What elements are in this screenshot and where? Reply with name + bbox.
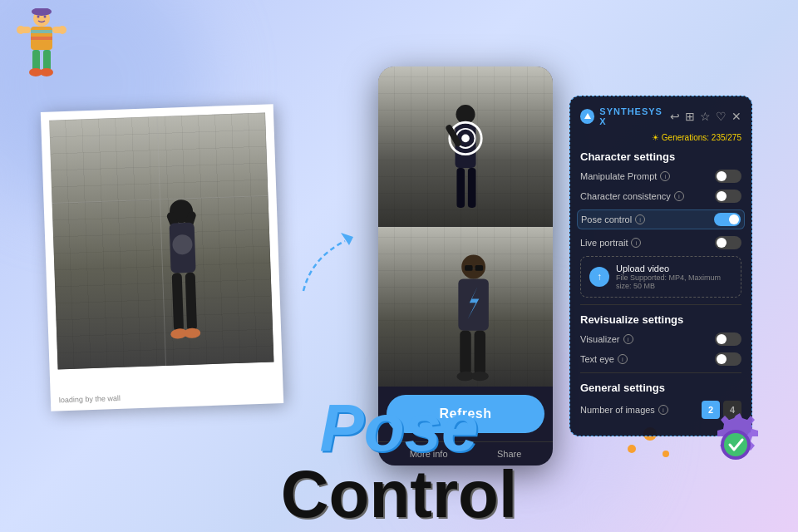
svg-rect-43 bbox=[475, 331, 485, 375]
svg-point-27 bbox=[184, 328, 200, 338]
revisualize-settings-title: Revisualize settings bbox=[580, 313, 741, 326]
character-settings-title: Character settings bbox=[580, 150, 741, 163]
phone-photo-top bbox=[378, 66, 553, 227]
svg-rect-3 bbox=[31, 37, 52, 40]
svg-rect-41 bbox=[458, 278, 488, 330]
manipulate-prompt-label: Manipulate Prompt i bbox=[580, 171, 670, 181]
manipulate-prompt-toggle[interactable] bbox=[715, 170, 741, 183]
live-portrait-label: Live portrait i bbox=[580, 238, 641, 248]
pose-title: Pose bbox=[319, 391, 478, 465]
settings-panel: SYNTHESYS X ↩ ⊞ ☆ ♡ ✕ ☀ Generations: 235… bbox=[569, 96, 752, 436]
setting-row-pose-control: Pose control i bbox=[577, 209, 745, 229]
deco-figure-topleft bbox=[12, 8, 71, 75]
svg-rect-8 bbox=[32, 50, 40, 71]
character-consistency-label: Character consistency i bbox=[580, 191, 684, 201]
svg-rect-38 bbox=[465, 265, 473, 271]
undo-icon[interactable]: ↩ bbox=[670, 110, 680, 123]
generations-current: 235 bbox=[712, 133, 726, 142]
svg-point-6 bbox=[17, 26, 25, 34]
setting-row-live-portrait: Live portrait i bbox=[580, 236, 741, 249]
phone-person-bottom bbox=[378, 227, 553, 387]
panel-header: SYNTHESYS X ↩ ⊞ ☆ ♡ ✕ bbox=[580, 106, 741, 126]
text-eye-info[interactable]: i bbox=[618, 354, 628, 364]
visualizer-label: Visualizer i bbox=[580, 334, 633, 344]
setting-row-visualizer: Visualizer i bbox=[580, 332, 741, 346]
phone-person-top bbox=[378, 66, 553, 226]
svg-rect-2 bbox=[31, 30, 52, 33]
panel-logo: SYNTHESYS X bbox=[580, 106, 670, 126]
svg-point-45 bbox=[471, 372, 489, 382]
setting-row-text-eye: Text eye i bbox=[580, 352, 741, 366]
general-settings-title: General settings bbox=[580, 382, 741, 394]
live-portrait-info[interactable]: i bbox=[631, 238, 641, 248]
svg-marker-28 bbox=[341, 233, 353, 245]
svg-rect-36 bbox=[468, 168, 476, 208]
svg-rect-24 bbox=[172, 273, 184, 331]
character-consistency-info[interactable]: i bbox=[674, 191, 684, 201]
pose-control-toggle[interactable] bbox=[714, 213, 741, 226]
close-icon[interactable]: ✕ bbox=[732, 110, 741, 123]
upload-video-title: Upload video bbox=[616, 264, 732, 273]
section-divider-2 bbox=[580, 372, 741, 373]
bottom-title: Pose Control bbox=[0, 395, 798, 528]
generations-label: Generations: bbox=[662, 133, 709, 142]
upload-icon: ↑ bbox=[589, 267, 609, 287]
text-eye-toggle[interactable] bbox=[715, 352, 741, 366]
svg-point-13 bbox=[44, 16, 47, 18]
pose-control-label: Pose control i bbox=[581, 214, 645, 224]
pose-control-info[interactable]: i bbox=[635, 214, 645, 224]
logo-text: SYNTHESYS X bbox=[599, 106, 670, 126]
person-silhouette-left bbox=[49, 113, 273, 370]
svg-point-7 bbox=[58, 26, 66, 34]
star-icon[interactable]: ☆ bbox=[700, 110, 711, 123]
text-eye-label: Text eye i bbox=[580, 354, 628, 364]
heart-icon[interactable]: ♡ bbox=[716, 110, 727, 123]
svg-point-12 bbox=[37, 16, 40, 18]
svg-rect-25 bbox=[185, 273, 197, 331]
section-divider-1 bbox=[580, 304, 741, 305]
upload-video-area[interactable]: ↑ Upload video File Supported: MP4, Maxi… bbox=[580, 256, 741, 298]
svg-point-29 bbox=[456, 105, 475, 124]
live-portrait-toggle[interactable] bbox=[715, 236, 741, 249]
setting-row-manipulate-prompt: Manipulate Prompt i bbox=[580, 170, 741, 183]
control-title: Control bbox=[0, 461, 798, 528]
visualizer-info[interactable]: i bbox=[623, 334, 633, 344]
generations-max: 275 bbox=[727, 133, 741, 142]
photo-area-left bbox=[49, 113, 273, 370]
svg-point-11 bbox=[40, 68, 53, 76]
svg-marker-46 bbox=[584, 113, 591, 119]
panel-icons: ↩ ⊞ ☆ ♡ ✕ bbox=[670, 110, 741, 123]
upload-video-subtitle: File Supported: MP4, Maximum size: 50 MB bbox=[616, 273, 732, 290]
phone-photo-bottom bbox=[378, 227, 553, 387]
svg-rect-35 bbox=[456, 168, 465, 208]
svg-rect-39 bbox=[475, 265, 484, 271]
svg-rect-9 bbox=[43, 50, 51, 71]
generations-bar: ☀ Generations: 235/275 bbox=[580, 133, 741, 142]
svg-line-18 bbox=[157, 116, 165, 366]
grid-icon[interactable]: ⊞ bbox=[685, 110, 695, 123]
logo-icon bbox=[580, 109, 594, 124]
svg-rect-42 bbox=[460, 331, 470, 375]
visualizer-toggle[interactable] bbox=[715, 332, 741, 346]
connecting-arrow bbox=[295, 224, 362, 308]
svg-point-33 bbox=[461, 135, 470, 143]
character-consistency-toggle[interactable] bbox=[715, 190, 741, 203]
upload-text: Upload video File Supported: MP4, Maximu… bbox=[616, 264, 732, 290]
setting-row-character-consistency: Character consistency i bbox=[580, 190, 741, 203]
polaroid-photo-left: loading by the wall bbox=[41, 104, 283, 411]
manipulate-prompt-info[interactable]: i bbox=[660, 171, 670, 181]
